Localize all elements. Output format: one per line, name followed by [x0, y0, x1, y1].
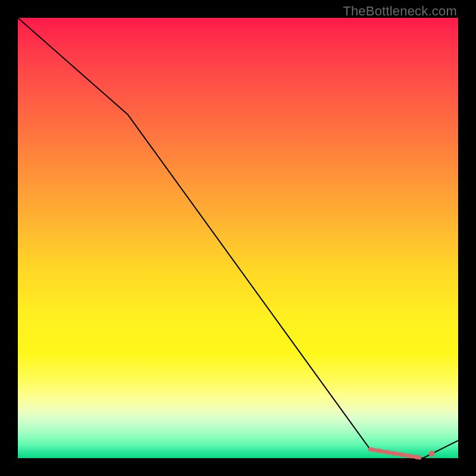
optimal-range-dash	[370, 449, 374, 450]
optimal-range-highlight	[370, 449, 419, 458]
marker-dot	[429, 451, 435, 457]
optimal-range-dash	[415, 457, 419, 458]
optimal-range-dash	[408, 456, 412, 456]
chart-canvas: TheBottleneck.com	[0, 0, 476, 476]
optimal-range-dash	[378, 450, 382, 451]
optimal-range-dash	[385, 452, 389, 452]
optimal-range-dash	[393, 453, 397, 454]
bottleneck-curve	[18, 18, 458, 458]
chart-svg	[18, 18, 458, 458]
optimal-range-dash	[400, 455, 405, 455]
watermark-label: TheBottleneck.com	[343, 4, 457, 19]
plot-area	[18, 18, 458, 458]
